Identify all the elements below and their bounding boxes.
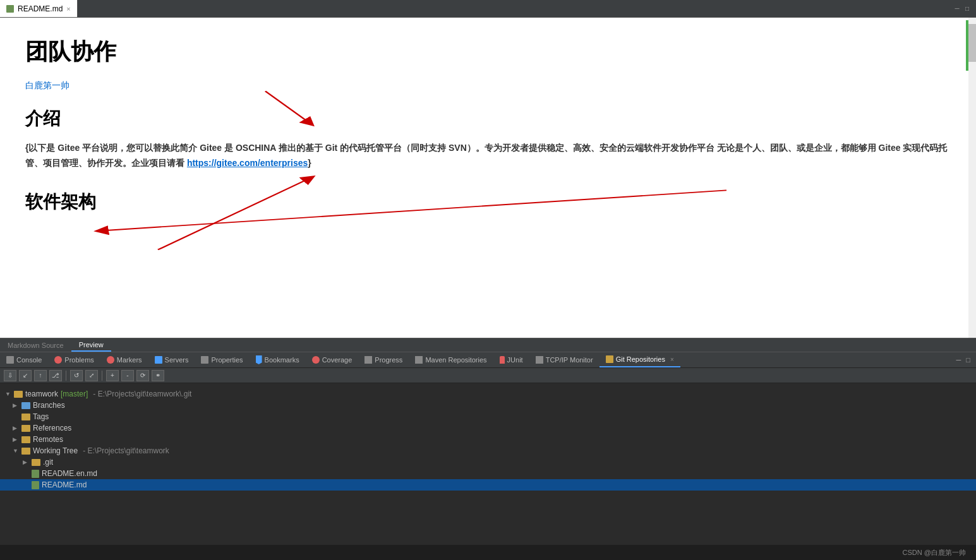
problems-icon [54,356,62,364]
tab-coverage[interactable]: Coverage [306,352,359,367]
panel-minimize-btn[interactable]: ─ [955,356,963,364]
toolbar-rebase-btn[interactable]: ↺ [70,370,83,381]
root-toggle: ▼ [5,391,11,397]
git-folder-label: .git [43,458,53,467]
toolbar-link-btn[interactable]: ⚭ [152,370,164,381]
toolbar-sep-1 [66,371,66,381]
tab-preview[interactable]: Preview [71,338,111,352]
panel-maximize-btn[interactable]: □ [964,356,972,364]
editor-mode-tabs: Markdown Source Preview [0,338,976,352]
working-tree-icon [21,448,30,455]
branches-icon [21,402,30,409]
readme-en-label: README.en.md [42,469,97,478]
tab-bar: README.md × ─ □ [0,0,976,18]
editor-area: README.md × ─ □ 团队协作 白鹿第一帅 介绍 {以下是 Gitee… [0,0,976,352]
scroll-thumb[interactable] [968,24,976,62]
working-tree-toggle: ▼ [13,448,19,454]
toolbar-sep-2 [102,371,102,381]
tree-readme-en[interactable]: ▶ README.en.md [0,468,976,479]
markers-icon [107,356,114,364]
author-link[interactable]: 白鹿第一帅 [25,80,951,92]
tree-readme-md[interactable]: ▶ README.md [0,479,976,491]
tab-maven[interactable]: Maven Repositories [409,352,493,367]
tab-progress[interactable]: Progress [358,352,409,367]
toolbar-fetch-btn[interactable]: ⇩ [4,370,16,381]
panel-window-controls: ─ □ [955,356,976,364]
repo-icon [14,391,23,398]
tags-toggle: ▶ [13,414,19,420]
intro-text-end: } [308,158,311,168]
tree-tags[interactable]: ▶ Tags [0,411,976,422]
toolbar-collapse-btn[interactable]: - [121,370,134,381]
toolbar-refresh-btn[interactable]: ⟳ [136,370,149,381]
references-icon [21,425,30,432]
tcpip-icon [536,356,543,364]
working-tree-path: - E:\Projects\git\teamwork [83,446,169,455]
tab-problems[interactable]: Problems [48,352,100,367]
tab-properties[interactable]: Properties [195,352,249,367]
tab-git-repositories[interactable]: Git Repositories × [599,352,680,367]
branches-toggle: ▶ [13,402,19,408]
git-icon [606,355,613,363]
git-root-item[interactable]: ▼ teamwork [master] - E:\Projects\git\te… [0,388,976,400]
change-marker [966,20,968,71]
toolbar-push-btn[interactable]: ↑ [34,370,47,381]
tab-junit[interactable]: JUnit [493,352,529,367]
scrollbar[interactable] [968,18,976,338]
repo-branch-tag: [master] [61,390,88,398]
doc-title-h1: 团队协作 [25,37,951,68]
doc-title-intro: 介绍 [25,107,951,131]
git-repository-tree: ▼ teamwork [master] - E:\Projects\git\te… [0,383,976,545]
git-tab-close[interactable]: × [670,356,674,363]
repo-path: - E:\Projects\git\teamwork\.git [93,390,191,398]
tree-remotes[interactable]: ▶ Remotes [0,434,976,445]
readme-md-label: README.md [42,480,87,489]
intro-text-main: {以下是 Gitee 平台说明，您可以替换此简介 Gitee 是 OSCHINA… [25,143,947,168]
toolbar-expand-btn[interactable]: + [106,370,119,381]
tree-working-tree[interactable]: ▼ Working Tree - E:\Projects\git\teamwor… [0,445,976,456]
servers-icon [155,356,162,364]
properties-icon [201,356,208,364]
git-folder-toggle: ▶ [23,459,29,465]
maven-icon [415,356,423,364]
toolbar-pull-btn[interactable]: ↙ [19,370,32,381]
bookmarks-icon [256,355,262,364]
tab-markers[interactable]: Markers [100,352,148,367]
tags-icon [21,414,30,420]
branches-label: Branches [33,401,65,410]
tags-label: Tags [33,412,49,421]
tab-bookmarks[interactable]: Bookmarks [250,352,306,367]
toolbar-branch-btn[interactable]: ⎇ [49,370,62,381]
tree-branches[interactable]: ▶ Branches [0,400,976,411]
readme-en-file-icon [32,470,39,478]
readme-en-toggle: ▶ [23,470,29,477]
window-controls: ─ □ [953,5,976,13]
doc-title-arch: 软件架构 [25,190,951,214]
tab-markdown-source[interactable]: Markdown Source [0,338,71,352]
references-label: References [33,424,71,432]
toolbar-merge-btn[interactable]: ⤢ [85,370,98,381]
panel-toolbar: ⇩ ↙ ↑ ⎇ ↺ ⤢ + - ⟳ ⚭ [0,368,976,383]
tab-close-button[interactable]: × [66,5,70,13]
bottom-panel: ⇩ ↙ ↑ ⎇ ↺ ⤢ + - ⟳ ⚭ ▼ teamwork [master] … [0,368,976,545]
tab-tcpip[interactable]: TCP/IP Monitor [529,352,599,367]
console-icon [6,356,14,364]
minimize-button[interactable]: ─ [953,5,961,13]
remotes-toggle: ▶ [13,436,19,443]
maximize-button[interactable]: □ [963,5,971,13]
progress-icon [364,356,372,364]
readme-tab[interactable]: README.md × [0,0,78,17]
readme-md-toggle: ▶ [23,482,29,488]
tab-console[interactable]: Console [0,352,48,367]
editor-content: 团队协作 白鹿第一帅 介绍 {以下是 Gitee 平台说明，您可以替换此简介 G… [0,18,976,338]
tab-label: README.md [18,4,63,13]
gitee-enterprises-link[interactable]: https://gitee.com/enterprises [187,158,308,168]
tab-file-icon [6,5,14,13]
intro-paragraph: {以下是 Gitee 平台说明，您可以替换此简介 Gitee 是 OSCHINA… [25,141,951,171]
junit-icon [500,356,505,364]
tree-git-folder[interactable]: ▶ .git [0,456,976,468]
references-toggle: ▶ [13,425,19,431]
remotes-label: Remotes [33,435,63,444]
tree-references[interactable]: ▶ References [0,422,976,434]
tab-servers[interactable]: Servers [148,352,195,367]
